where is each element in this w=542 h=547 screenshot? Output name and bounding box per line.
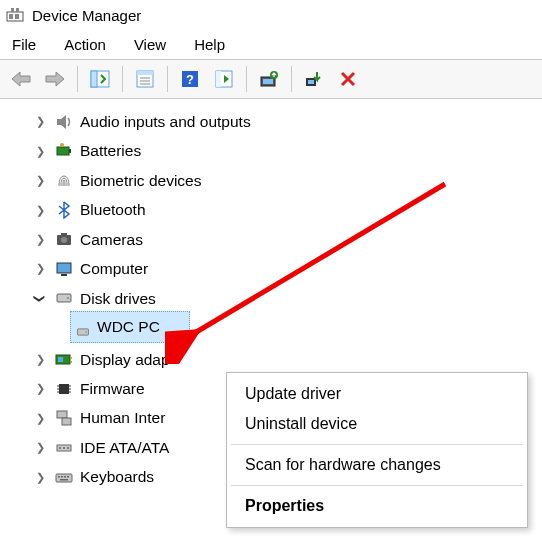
- svg-rect-1: [9, 14, 13, 19]
- toolbar-separator: [167, 66, 168, 92]
- tree-label: WDC PC: [97, 312, 160, 341]
- tree-item-biometric[interactable]: ❯ Biometric devices: [14, 166, 542, 195]
- title-bar: Device Manager: [0, 0, 542, 28]
- tree-label: Computer: [80, 254, 148, 283]
- svg-text:?: ?: [186, 72, 194, 87]
- svg-rect-6: [91, 71, 97, 87]
- tree-label: Audio inputs and outputs: [80, 107, 251, 136]
- tree-label: Human Inter: [80, 403, 165, 432]
- svg-rect-17: [263, 79, 273, 84]
- expand-icon[interactable]: ❯: [32, 111, 48, 132]
- svg-rect-20: [308, 80, 314, 84]
- tree-label: IDE ATA/ATA: [80, 433, 169, 462]
- ctx-update-driver[interactable]: Update driver: [227, 379, 527, 409]
- monitor-icon: [54, 259, 74, 279]
- back-button[interactable]: [6, 64, 36, 94]
- expand-icon[interactable]: ❯: [32, 258, 48, 279]
- tree-label: Display adap: [80, 345, 170, 374]
- context-menu: Update driver Uninstall device Scan for …: [226, 372, 528, 528]
- svg-point-25: [61, 237, 67, 243]
- expand-icon[interactable]: ❯: [32, 200, 48, 221]
- svg-rect-53: [64, 476, 66, 478]
- fingerprint-icon: [54, 171, 74, 191]
- tree-item-bluetooth[interactable]: ❯ Bluetooth: [14, 195, 542, 224]
- ide-icon: [54, 438, 74, 458]
- expand-icon[interactable]: ❯: [32, 378, 48, 399]
- tree-label: Cameras: [80, 225, 143, 254]
- speaker-icon: [54, 112, 74, 132]
- svg-rect-8: [137, 71, 153, 75]
- svg-point-49: [67, 447, 69, 449]
- ctx-scan-hardware[interactable]: Scan for hardware changes: [227, 450, 527, 480]
- expand-icon[interactable]: ❯: [32, 170, 48, 191]
- toolbar-separator: [246, 66, 247, 92]
- forward-button[interactable]: [40, 64, 70, 94]
- svg-point-32: [85, 331, 87, 333]
- scan-hardware-button[interactable]: [209, 64, 239, 94]
- expand-icon[interactable]: ❯: [32, 349, 48, 370]
- svg-point-48: [63, 447, 65, 449]
- hid-icon: [54, 408, 74, 428]
- expand-icon[interactable]: ❯: [32, 437, 48, 458]
- expand-icon[interactable]: ❯: [32, 408, 48, 429]
- ctx-separator: [231, 485, 523, 486]
- properties-button[interactable]: [130, 64, 160, 94]
- battery-icon: [54, 141, 74, 161]
- menu-action[interactable]: Action: [64, 36, 106, 53]
- menu-help[interactable]: Help: [194, 36, 225, 53]
- disk-icon: [54, 288, 74, 308]
- toolbar-separator: [77, 66, 78, 92]
- tree-item-disk-child[interactable]: WDC PC: [70, 311, 190, 342]
- tree-item-display[interactable]: ❯ Display adap: [14, 345, 542, 374]
- svg-rect-34: [58, 357, 63, 362]
- chip-icon: [54, 379, 74, 399]
- enable-device-button[interactable]: [299, 64, 329, 94]
- ctx-properties[interactable]: Properties: [227, 491, 527, 521]
- svg-rect-55: [60, 479, 68, 481]
- svg-rect-50: [56, 474, 72, 482]
- tree-item-batteries[interactable]: ❯ Batteries: [14, 136, 542, 165]
- svg-rect-54: [67, 476, 69, 478]
- svg-rect-15: [216, 71, 221, 87]
- help-button[interactable]: ?: [175, 64, 205, 94]
- tree-item-disk-drives[interactable]: ❯ Disk drives: [14, 284, 542, 313]
- expand-icon[interactable]: ❯: [32, 467, 48, 488]
- keyboard-icon: [54, 467, 74, 487]
- camera-icon: [54, 229, 74, 249]
- tree-label: Biometric devices: [80, 166, 201, 195]
- tree-item-computer[interactable]: ❯ Computer: [14, 254, 542, 283]
- update-driver-button[interactable]: [254, 64, 284, 94]
- tree-label: Keyboards: [80, 462, 154, 491]
- toolbar: ?: [0, 59, 542, 99]
- window-title: Device Manager: [32, 7, 141, 24]
- svg-rect-51: [58, 476, 60, 478]
- menu-file[interactable]: File: [12, 36, 36, 53]
- svg-rect-26: [61, 233, 67, 236]
- svg-rect-35: [70, 357, 72, 359]
- collapse-icon[interactable]: ❯: [30, 290, 51, 306]
- expand-icon[interactable]: ❯: [32, 141, 48, 162]
- uninstall-device-button[interactable]: [333, 64, 363, 94]
- tree-label: Firmware: [80, 374, 145, 403]
- tree-label: Bluetooth: [80, 195, 146, 224]
- devmgr-icon: [6, 6, 24, 24]
- disk-icon: [75, 319, 91, 335]
- svg-point-47: [59, 447, 61, 449]
- ctx-uninstall-device[interactable]: Uninstall device: [227, 409, 527, 439]
- svg-rect-36: [70, 361, 72, 363]
- svg-rect-4: [16, 8, 19, 12]
- toolbar-separator: [122, 66, 123, 92]
- svg-rect-45: [62, 418, 71, 425]
- tree-item-audio[interactable]: ❯ Audio inputs and outputs: [14, 107, 542, 136]
- svg-rect-2: [15, 14, 19, 19]
- svg-rect-28: [61, 274, 67, 276]
- bluetooth-icon: [54, 200, 74, 220]
- svg-point-30: [67, 297, 69, 299]
- svg-rect-27: [57, 263, 71, 273]
- show-hide-button[interactable]: [85, 64, 115, 94]
- toolbar-separator: [291, 66, 292, 92]
- expand-icon[interactable]: ❯: [32, 229, 48, 250]
- display-adapter-icon: [54, 349, 74, 369]
- menu-view[interactable]: View: [134, 36, 166, 53]
- tree-item-cameras[interactable]: ❯ Cameras: [14, 225, 542, 254]
